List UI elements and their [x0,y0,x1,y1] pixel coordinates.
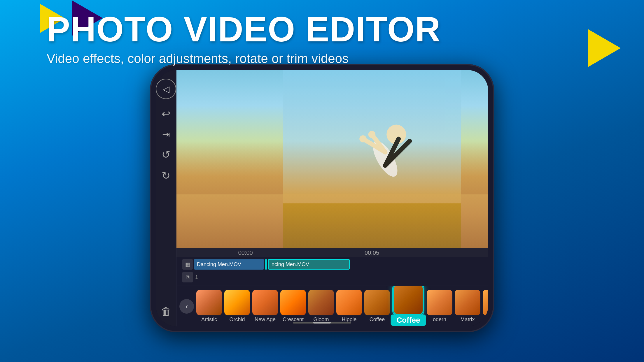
filter-color-coffee [364,290,390,315]
clip1[interactable]: Dancing Men.MOV [194,259,264,270]
clip2[interactable]: ncing Men.MOV Break Dancing [268,259,350,270]
app-subtitle: Video effects, color adjustments, rotate… [47,51,441,66]
filter-color-matrix [455,290,480,315]
filter-item-newage[interactable]: New Age [252,290,278,323]
scrollbar-thumb [313,322,331,324]
filter-thumb-coffee-selected [392,286,424,316]
track-icon: ▦ [182,259,193,270]
redo-button[interactable]: ↻ [162,170,170,182]
main-content: 00:00 00:05 00:10 ▦ Dancing Men.MOV [176,70,488,326]
clip-divider [265,259,267,270]
filter-label-artistic: Artistic [201,317,217,323]
filter-color-hippie [336,290,362,315]
filter-label-odern: odern [433,317,446,323]
layers-icon: ⧉ [186,274,190,280]
sidebar: ◁ ↩ ⇥ ↺ ↻ 🗑 [156,70,176,326]
clip1-label: Dancing Men.MOV [197,261,241,268]
filter-item-gloom[interactable]: Gloom [308,290,334,323]
timeline-tracks: ▦ Dancing Men.MOV ncing Men.MOV Break Da… [176,257,488,284]
back-button[interactable]: ◁ [156,79,176,99]
filter-item-modern[interactable]: Modern [483,290,488,323]
timeline-mark-10: 00:10 [435,249,488,256]
filter-item-crescent[interactable]: Crescent [280,290,306,323]
back-icon: ◁ [163,84,169,94]
filter-color-odern [427,290,452,315]
filter-color-crescent [280,290,306,315]
filter-label-orchid: Orchid [229,317,245,323]
filter-prev-button[interactable]: ‹ [179,299,194,314]
svg-rect-1 [283,203,461,248]
filter-thumb-coffee [364,290,390,315]
filter-item-orchid[interactable]: Orchid [224,290,250,323]
phone-screen: ◁ ↩ ⇥ ↺ ↻ 🗑 [156,70,488,326]
video-background [176,70,488,248]
phone-scrollbar [293,322,351,324]
filter-label-newage: New Age [255,317,276,323]
timeline-area: 00:00 00:05 00:10 ▦ Dancing Men.MOV [176,248,488,286]
phone-device: ◁ ↩ ⇥ ↺ ↻ 🗑 [150,64,494,332]
filter-label-modern: Modern [487,317,488,323]
filter-thumb-newage [252,290,278,315]
filter-thumb-artistic [196,290,222,315]
undo-button[interactable]: ↩ [162,108,170,120]
filter-color-modern [483,290,488,315]
phone-body: ◁ ↩ ⇥ ↺ ↻ 🗑 [150,64,494,332]
svg-point-8 [368,131,375,138]
filter-color-newage [252,290,278,315]
timeline-mark-0: 00:00 [182,249,309,256]
film-icon: ▦ [185,261,190,268]
delete-button[interactable]: 🗑 [161,305,171,318]
filter-item-coffee-selected[interactable]: Coffee Coffee [392,286,424,323]
filter-item-hippie[interactable]: Hippie [336,290,362,323]
filter-thumb-orchid [224,290,250,315]
timeline-ruler: 00:00 00:05 00:10 [176,248,488,257]
undo2-icon: ↺ [162,149,170,161]
chevron-left-icon: ‹ [186,302,188,310]
undo2-button[interactable]: ↺ [162,149,170,161]
timeline-mark-5: 00:05 [309,249,435,256]
delete-icon: 🗑 [161,305,171,318]
import-icon: ⇥ [162,129,170,140]
clip2-label: ncing Men.MOV [272,261,309,268]
filter-color-orchid [224,290,250,315]
triangle-yellow-right [588,29,621,67]
filter-label-matrix: Matrix [461,317,475,323]
filter-thumb-modern [483,290,488,315]
video-track: ▦ Dancing Men.MOV ncing Men.MOV Break Da… [182,259,488,270]
filter-label-coffee: Coffee [370,317,385,323]
video-preview [176,70,488,248]
undo-icon: ↩ [162,108,170,120]
filter-item-coffee[interactable]: Coffee [364,290,390,323]
filter-popup-coffee: Coffee [391,314,426,326]
filter-item-matrix[interactable]: Matrix [455,290,480,323]
filter-item-odern[interactable]: odern [427,290,452,323]
import-button[interactable]: ⇥ [162,129,170,140]
filter-color-coffee-selected [393,286,424,315]
filter-thumb-matrix [455,290,480,315]
layer-number: 1 [195,274,199,280]
overlay-track: ⧉ 1 [182,271,488,283]
filter-item-artistic[interactable]: Artistic [196,290,222,323]
filter-color-artistic [196,290,222,315]
dancer-figure [176,70,488,248]
header: PHOTO VIDEO EDITOR Video effects, color … [47,12,441,66]
filter-thumb-gloom [308,290,334,315]
filter-thumb-crescent [280,290,306,315]
app-title: PHOTO VIDEO EDITOR [47,12,441,47]
svg-point-9 [359,135,366,142]
filter-thumb-odern [427,290,452,315]
filter-color-gloom [308,290,334,315]
filter-strip: ‹ Artistic Orchid [176,286,488,326]
overlay-icon: ⧉ [182,272,193,282]
filter-thumb-hippie [336,290,362,315]
redo-icon: ↻ [162,170,170,182]
